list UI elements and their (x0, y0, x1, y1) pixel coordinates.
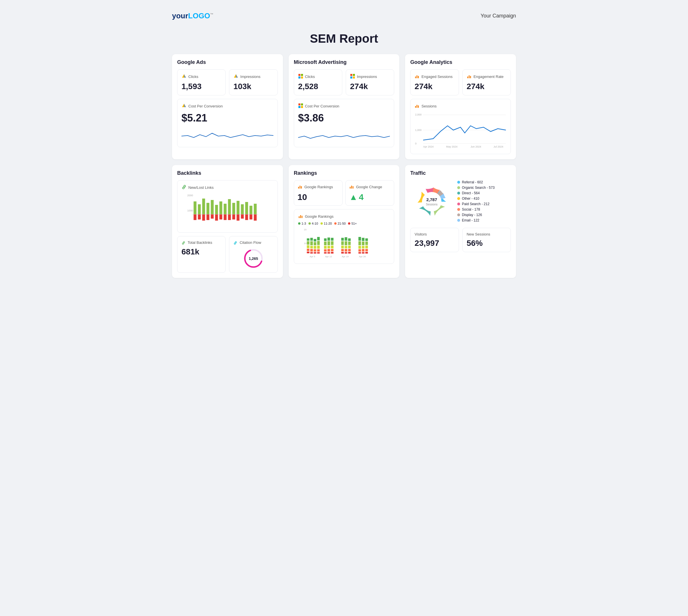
backlinks-bar-svg: 2000 1000 (181, 193, 274, 227)
svg-rect-90 (310, 241, 313, 245)
legend-social: Social - 178 (457, 207, 494, 212)
citation-flow-card: Citation Flow 1,265 (229, 236, 278, 273)
svg-rect-12 (350, 76, 352, 79)
svg-rect-143 (362, 252, 364, 254)
svg-rect-40 (194, 214, 196, 220)
rankings-bar-icon-3 (298, 214, 303, 219)
svg-rect-24 (415, 106, 416, 108)
svg-rect-55 (228, 199, 231, 214)
rankings-inner-grid: Google Rankings 10 Google Chang (294, 180, 394, 206)
microsoft-ads-metrics-row: Clicks 2,528 I (294, 69, 394, 95)
svg-rect-61 (241, 204, 244, 214)
svg-rect-110 (327, 241, 330, 245)
microsoft-ads-clicks-value: 2,528 (298, 82, 338, 91)
legend-direct: Direct - 564 (457, 191, 494, 195)
visitors-value: 23,997 (414, 239, 454, 248)
google-change-card: Google Change ▲4 (345, 180, 394, 206)
svg-rect-138 (358, 252, 361, 254)
svg-rect-135 (358, 241, 361, 245)
legend-1-3: 1-3 (298, 222, 306, 225)
svg-rect-15 (301, 104, 303, 106)
google-ads-metrics-row: Clicks 1,593 Impressions 103k (177, 69, 278, 95)
page: yourLOGO™ Your Campaign SEM Report Googl… (172, 8, 516, 278)
svg-rect-45 (207, 203, 209, 214)
svg-rect-142 (362, 249, 364, 251)
svg-rect-48 (211, 214, 214, 219)
svg-rect-63 (245, 202, 248, 214)
backlinks-bottom: Total Backlinks 681k Citation Flow (177, 236, 278, 273)
svg-rect-16 (298, 106, 300, 108)
svg-rect-76 (350, 187, 350, 189)
svg-text:2,787: 2,787 (427, 197, 437, 202)
svg-text:2,000: 2,000 (415, 113, 422, 116)
svg-rect-64 (245, 214, 248, 220)
legend-display: Display - 126 (457, 213, 494, 217)
svg-rect-22 (469, 75, 470, 78)
svg-rect-141 (362, 246, 364, 248)
svg-rect-97 (314, 249, 316, 251)
google-ads-clicks-label: Clicks (181, 74, 221, 80)
svg-rect-133 (348, 252, 350, 254)
svg-rect-88 (307, 251, 309, 253)
bottom-sections-grid: Backlinks New/Lost Links 2000 1000 (172, 165, 516, 278)
new-sessions-value: 56% (467, 239, 507, 248)
svg-text:May 2024: May 2024 (446, 145, 458, 148)
svg-rect-18 (415, 76, 416, 78)
google-analytics-section: Google Analytics Engaged Sessions (405, 54, 516, 159)
svg-rect-91 (310, 246, 313, 248)
svg-rect-79 (299, 216, 300, 218)
rankings-bar-chart: 20 10 (298, 227, 390, 260)
svg-rect-39 (194, 201, 196, 214)
engaged-sessions-card: Engaged Sessions 274k (410, 69, 459, 95)
header: yourLOGO™ Your Campaign (172, 8, 516, 26)
svg-rect-78 (352, 186, 353, 189)
logo-text: yourLOGO™ (172, 12, 213, 20)
svg-text:Apr 12: Apr 12 (325, 255, 332, 258)
svg-rect-139 (362, 238, 364, 241)
svg-text:Jul 2024: Jul 2024 (494, 145, 503, 148)
svg-rect-77 (351, 186, 352, 189)
svg-rect-146 (365, 245, 368, 248)
google-analytics-metrics-row: Engaged Sessions 274k Engagemen (410, 69, 511, 95)
svg-rect-60 (236, 214, 239, 221)
svg-rect-92 (310, 249, 313, 251)
svg-text:1,265: 1,265 (249, 257, 258, 261)
traffic-bottom-metrics: Visitors 23,997 New Sessions 56% (410, 228, 511, 252)
svg-rect-145 (365, 242, 368, 245)
svg-rect-65 (250, 206, 252, 214)
svg-rect-131 (348, 245, 350, 248)
svg-rect-129 (348, 238, 350, 241)
new-lost-chart: 2000 1000 (181, 193, 274, 228)
citation-flow-circle: 1,265 (243, 248, 263, 268)
legend-21-50: 21-50 (334, 222, 346, 225)
google-ads-cpc-value: $5.21 (181, 112, 274, 124)
svg-rect-115 (331, 241, 334, 245)
svg-rect-11 (353, 74, 355, 76)
svg-rect-44 (202, 214, 205, 221)
legend-dot-organic (457, 186, 460, 189)
legend-organic: Organic Search - 573 (457, 186, 494, 190)
microsoft-icon-impressions (350, 74, 355, 80)
rankings-bar-svg: 20 10 (298, 227, 390, 259)
google-ads-impressions-label: Impressions (233, 74, 273, 80)
svg-rect-52 (219, 214, 222, 219)
svg-rect-21 (467, 76, 468, 78)
svg-rect-94 (314, 239, 316, 242)
svg-rect-50 (215, 214, 218, 221)
svg-rect-122 (341, 249, 344, 251)
svg-rect-42 (198, 214, 201, 219)
svg-rect-124 (345, 237, 347, 241)
svg-rect-120 (341, 241, 344, 245)
microsoft-icon-clicks (298, 74, 303, 80)
traffic-donut-container: 2,787 Sessions (410, 180, 453, 224)
engagement-rate-value: 274k (467, 82, 507, 91)
svg-rect-95 (314, 242, 316, 245)
up-arrow-icon: ▲ (349, 192, 358, 202)
rankings-bar-icon-1 (298, 184, 303, 190)
legend-other: Other - 410 (457, 197, 494, 201)
svg-rect-125 (345, 241, 347, 245)
svg-text:20: 20 (304, 228, 306, 231)
google-ads-impressions-value: 103k (233, 82, 273, 91)
svg-rect-117 (331, 249, 334, 251)
svg-rect-9 (301, 76, 303, 79)
